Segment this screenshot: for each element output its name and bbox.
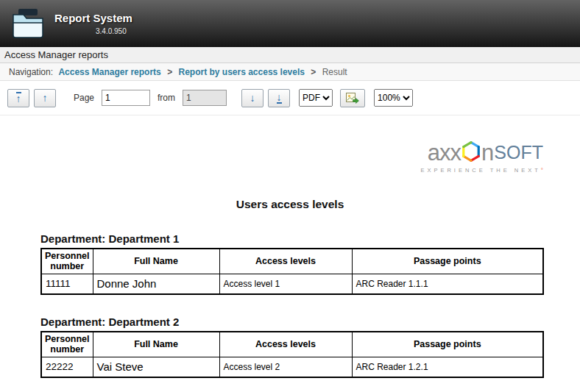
page-label: Page xyxy=(74,93,94,103)
column-header-access-levels: Access levels xyxy=(219,249,352,274)
column-header-full-name: Full Name xyxy=(93,332,219,357)
department-1-table: Personnel number Full Name Access levels… xyxy=(40,248,544,295)
cell-personnel-number: 11111 xyxy=(41,274,93,294)
department-2-table: Personnel number Full Name Access levels… xyxy=(40,331,544,378)
first-page-button[interactable]: ↑ xyxy=(7,89,29,107)
breadcrumb-link-report-by-users-access-levels[interactable]: Report by users access levels xyxy=(179,67,305,77)
cell-passage-points: ARC Reader 1.1.1 xyxy=(352,274,543,294)
column-header-passage-points: Passage points xyxy=(352,249,543,274)
breadcrumb-label: Navigation: xyxy=(9,67,53,77)
breadcrumb-current: Result xyxy=(322,67,347,77)
cell-access-levels: Access level 2 xyxy=(219,357,352,377)
app-version: 3.4.0.950 xyxy=(96,27,132,35)
folder-icon xyxy=(12,9,44,38)
cell-access-levels: Access level 1 xyxy=(219,274,352,294)
last-page-icon: ↓ xyxy=(277,92,282,104)
total-pages-input xyxy=(183,90,227,106)
logo-text-soft: SOFT xyxy=(494,143,543,162)
report-content: axx n SOFT EXPERIENCE THE NEXT° Users ac… xyxy=(0,115,580,392)
next-page-icon: ↓ xyxy=(250,93,255,103)
report-toolbar: ↑ ↑ Page from ↓ ↓ PDF 100% xyxy=(0,81,580,115)
trademark-dot: ° xyxy=(541,167,543,174)
logo-text-n: n xyxy=(481,141,493,164)
section-header: Access Manager reports xyxy=(0,47,580,63)
column-header-passage-points: Passage points xyxy=(352,332,543,357)
breadcrumb-link-access-manager-reports[interactable]: Access Manager reports xyxy=(58,67,160,77)
table-row: 22222 Vai Steve Access level 2 ARC Reade… xyxy=(41,357,543,377)
department-2-heading: Department: Department 2 xyxy=(40,316,580,328)
table-header-row: Personnel number Full Name Access levels… xyxy=(41,249,543,274)
zoom-select[interactable]: 100% xyxy=(374,89,413,107)
export-format-select[interactable]: PDF xyxy=(299,89,333,107)
title-block: Report System 3.4.0.950 xyxy=(54,12,132,35)
from-label: from xyxy=(158,93,175,103)
logo-text-axx: axx xyxy=(428,141,461,164)
hexagon-logo-icon xyxy=(461,141,481,165)
column-header-full-name: Full Name xyxy=(93,249,219,274)
breadcrumb-separator: > xyxy=(311,67,316,77)
next-page-button[interactable]: ↓ xyxy=(241,89,264,107)
table-row: 11111 Donne John Access level 1 ARC Read… xyxy=(41,274,543,294)
app-header: Report System 3.4.0.950 xyxy=(0,0,580,47)
logo-tagline: EXPERIENCE THE NEXT° xyxy=(420,167,543,174)
cell-personnel-number: 22222 xyxy=(41,357,93,377)
department-1-heading: Department: Department 1 xyxy=(40,232,580,245)
previous-page-button[interactable]: ↑ xyxy=(34,89,56,107)
cell-full-name: Vai Steve xyxy=(93,357,219,377)
column-header-access-levels: Access levels xyxy=(219,332,352,357)
breadcrumb-separator: > xyxy=(167,67,172,77)
axxonsoft-logo: axx n SOFT EXPERIENCE THE NEXT° xyxy=(420,140,543,174)
cell-passage-points: ARC Reader 1.2.1 xyxy=(352,357,543,377)
table-header-row: Personnel number Full Name Access levels… xyxy=(41,332,543,357)
last-page-button[interactable]: ↓ xyxy=(268,89,290,107)
previous-page-icon: ↑ xyxy=(43,93,48,103)
page-number-input[interactable] xyxy=(102,90,150,106)
export-button[interactable] xyxy=(340,89,365,107)
first-page-icon: ↑ xyxy=(16,92,21,104)
export-icon xyxy=(346,93,359,104)
breadcrumb: Navigation: Access Manager reports > Rep… xyxy=(0,63,580,81)
app-title: Report System xyxy=(54,12,132,24)
column-header-personnel-number: Personnel number xyxy=(41,249,93,274)
column-header-personnel-number: Personnel number xyxy=(41,332,93,357)
cell-full-name: Donne John xyxy=(93,274,219,294)
